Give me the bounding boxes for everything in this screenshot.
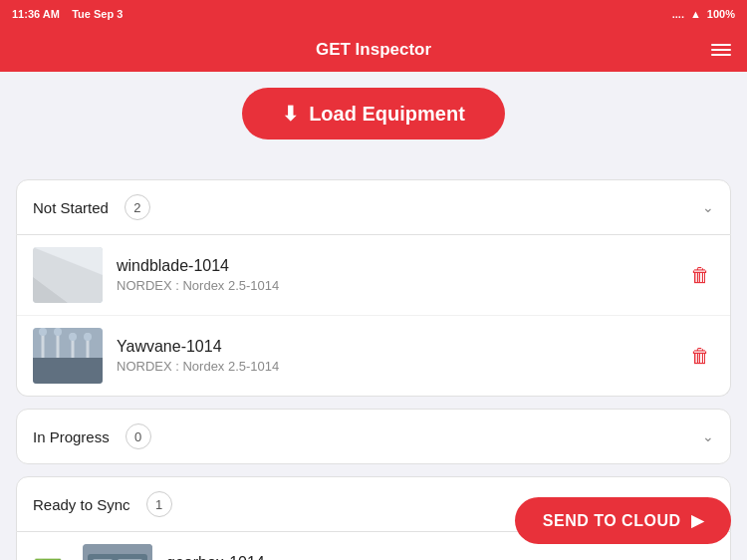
- svg-point-12: [84, 333, 92, 341]
- signal-icon: ....: [672, 8, 684, 20]
- list-item: Yawvane-1014 NORDEX : Nordex 2.5-1014 🗑: [17, 315, 730, 396]
- svg-point-10: [54, 328, 62, 336]
- section-header-not-started[interactable]: Not Started 2 ⌄: [16, 179, 731, 235]
- load-equipment-label: Load Equipment: [309, 103, 465, 126]
- section-label-not-started: Not Started: [33, 199, 109, 216]
- equipment-info-windblade: windblade-1014 NORDEX : Nordex 2.5-1014: [117, 257, 672, 293]
- status-icons: .... ▲ 100%: [672, 8, 735, 20]
- status-time-date: 11:36 AM Tue Sep 3: [12, 8, 123, 20]
- chevron-down-icon: ⌄: [702, 428, 714, 444]
- section-badge-not-started: 2: [124, 194, 150, 220]
- status-time: 11:36 AM: [12, 8, 60, 20]
- section-badge-ready-to-sync: 1: [146, 491, 172, 517]
- app-header: GET Inspector: [0, 28, 747, 72]
- section-in-progress: In Progress 0 ⌄: [16, 409, 731, 464]
- svg-point-9: [39, 328, 47, 336]
- send-to-cloud-button[interactable]: SEND TO CLOUD ▶: [515, 497, 731, 544]
- battery-icon: 100%: [707, 8, 735, 20]
- load-icon: ⬇: [282, 102, 299, 126]
- equipment-name-yawvane: Yawvane-1014: [117, 338, 672, 356]
- send-to-cloud-label: SEND TO CLOUD: [543, 512, 681, 530]
- delete-button-gearbox[interactable]: 🗑: [686, 557, 714, 561]
- send-arrow-icon: ▶: [691, 511, 704, 530]
- equipment-subtitle-windblade: NORDEX : Nordex 2.5-1014: [117, 278, 672, 293]
- section-badge-in-progress: 0: [125, 423, 151, 449]
- equipment-name-windblade: windblade-1014: [117, 257, 672, 275]
- equipment-thumbnail-gearbox: [83, 544, 152, 560]
- menu-button[interactable]: [711, 44, 731, 56]
- load-button-row: ⬇ Load Equipment: [16, 88, 731, 159]
- wifi-icon: ▲: [690, 8, 701, 20]
- equipment-info-gearbox: gearbox-1014 NORDEX : Nordex 2.5-1014: [166, 554, 672, 560]
- svg-rect-4: [33, 358, 103, 384]
- equipment-thumbnail-windblade: [33, 247, 103, 303]
- section-header-in-progress[interactable]: In Progress 0 ⌄: [16, 409, 731, 464]
- section-label-ready-to-sync: Ready to Sync: [33, 496, 130, 513]
- load-equipment-button[interactable]: ⬇ Load Equipment: [242, 88, 505, 140]
- svg-point-11: [69, 333, 77, 341]
- status-date: Tue Sep 3: [72, 8, 123, 20]
- chevron-down-icon: ⌄: [702, 199, 714, 215]
- equipment-thumbnail-yawvane: [33, 328, 103, 384]
- main-content: ⬇ Load Equipment Not Started 2 ⌄: [0, 72, 747, 560]
- equipment-list-not-started: windblade-1014 NORDEX : Nordex 2.5-1014 …: [16, 235, 731, 397]
- status-bar: 11:36 AM Tue Sep 3 .... ▲ 100%: [0, 0, 747, 28]
- equipment-info-yawvane: Yawvane-1014 NORDEX : Nordex 2.5-1014: [117, 338, 672, 374]
- equipment-name-gearbox: gearbox-1014: [166, 554, 672, 560]
- section-not-started: Not Started 2 ⌄ windblade-1014: [16, 179, 731, 397]
- equipment-subtitle-yawvane: NORDEX : Nordex 2.5-1014: [117, 359, 672, 374]
- list-item: windblade-1014 NORDEX : Nordex 2.5-1014 …: [17, 235, 730, 315]
- section-label-in-progress: In Progress: [33, 428, 110, 445]
- delete-button-windblade[interactable]: 🗑: [686, 260, 714, 291]
- app-title: GET Inspector: [316, 40, 431, 60]
- delete-button-yawvane[interactable]: 🗑: [686, 341, 714, 372]
